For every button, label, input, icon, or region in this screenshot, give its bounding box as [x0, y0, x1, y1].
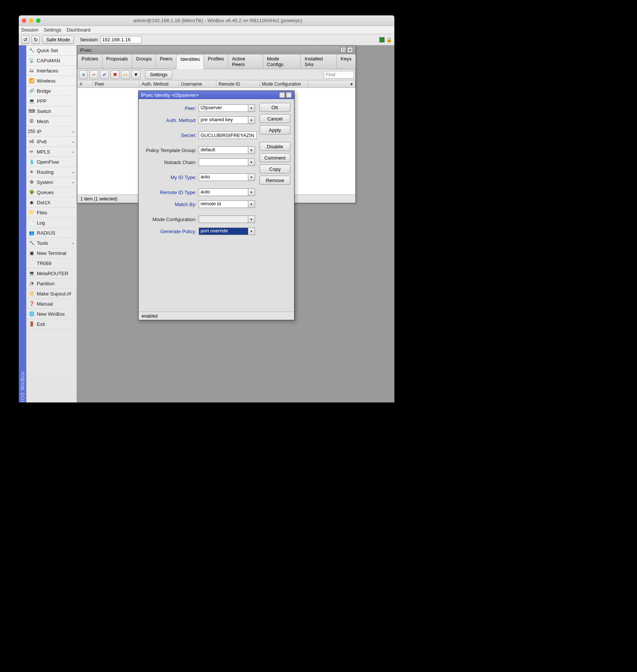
- tab-profiles[interactable]: Profiles: [204, 54, 228, 69]
- sidebar-item-label: IP: [37, 129, 41, 134]
- apply-button[interactable]: Apply: [260, 125, 290, 134]
- sidebar-item-capsman[interactable]: 📡CAPsMAN: [26, 56, 77, 66]
- column-header[interactable]: Mode Configuration: [260, 80, 308, 87]
- tab-keys[interactable]: Keys: [337, 54, 356, 69]
- tab-groups[interactable]: Groups: [132, 54, 156, 69]
- sidebar-item-make-supout-rif[interactable]: 📀Make Supout.rif: [26, 289, 77, 299]
- menu-session[interactable]: Session: [21, 27, 38, 33]
- sidebar-item-ppp[interactable]: 💻PPP: [26, 96, 77, 106]
- ipsec-titlebar[interactable]: IPsec ▢ ✕: [77, 46, 355, 54]
- auth-field[interactable]: pre shared key: [199, 116, 248, 124]
- undo-button[interactable]: ↺: [21, 36, 29, 44]
- notrack-field[interactable]: [199, 158, 248, 166]
- chevron-down-icon[interactable]: ▾: [248, 200, 255, 208]
- chevron-down-icon[interactable]: ▾: [248, 158, 255, 166]
- sidebar-item-new-terminal[interactable]: ▣New Terminal: [26, 248, 77, 258]
- chevron-down-icon[interactable]: ▾: [248, 228, 255, 235]
- copy-button[interactable]: Copy: [260, 164, 290, 173]
- chevron-down-icon[interactable]: ▾: [248, 146, 255, 154]
- sidebar-item-metarouter[interactable]: 💻MetaROUTER: [26, 268, 77, 279]
- tab-mode-configs[interactable]: Mode Configs: [263, 54, 301, 69]
- sidebar-item-openflow[interactable]: 💧OpenFlow: [26, 157, 77, 167]
- tab-identities[interactable]: Identities: [176, 54, 204, 69]
- menu-settings[interactable]: Settings: [44, 27, 61, 33]
- sidebar-item-tools[interactable]: 🔨Tools▸: [26, 238, 77, 248]
- sidebar-item-ip[interactable]: 255IP▸: [26, 127, 77, 137]
- sidebar-item-tr069[interactable]: TR069: [26, 258, 77, 268]
- sidebar-item-new-winbox[interactable]: 🌐New WinBox: [26, 309, 77, 319]
- sidebar-item-partition[interactable]: ◔Partition: [26, 279, 77, 289]
- enable-icon[interactable]: ✔: [100, 70, 109, 79]
- sidebar-item-label: Manual: [37, 301, 53, 307]
- ok-button[interactable]: OK: [260, 103, 290, 112]
- genpol-field[interactable]: port override: [199, 228, 248, 235]
- chevron-down-icon[interactable]: ▾: [248, 104, 255, 112]
- sidebar-item-quick-set[interactable]: 🔧Quick Set: [26, 45, 77, 56]
- comment-icon[interactable]: ▭: [121, 70, 130, 79]
- column-header[interactable]: #: [77, 80, 92, 87]
- sidebar-item-system[interactable]: ⚙System▸: [26, 177, 77, 187]
- restore-icon[interactable]: ▢: [340, 47, 346, 53]
- sidebar-item-exit[interactable]: 🚪Exit: [26, 319, 77, 329]
- minimize-icon[interactable]: [29, 18, 33, 23]
- modeconf-field[interactable]: [199, 215, 248, 223]
- session-field[interactable]: [100, 36, 142, 44]
- match-field[interactable]: remote id: [199, 200, 248, 208]
- zoom-icon[interactable]: [36, 18, 41, 23]
- column-header[interactable]: Peer: [92, 80, 139, 87]
- tab-installed-sas[interactable]: Installed SAs: [300, 54, 337, 69]
- sidebar-item-mpls[interactable]: ✏MPLS▸: [26, 147, 77, 157]
- menu-dashboard[interactable]: Dashboard: [66, 27, 91, 33]
- sidebar-item-bridge[interactable]: 🔗Bridge: [26, 86, 77, 96]
- chevron-down-icon[interactable]: ▾: [248, 116, 255, 124]
- remoteid-field[interactable]: auto: [199, 188, 248, 196]
- column-header[interactable]: Auth. Method: [139, 80, 179, 87]
- tab-active-peers[interactable]: Active Peers: [228, 54, 263, 69]
- sidebar-item-manual[interactable]: ❓Manual: [26, 299, 77, 309]
- sidebar-item-mesh[interactable]: ⦿Mesh: [26, 116, 77, 127]
- comment-button[interactable]: Comment: [260, 153, 290, 162]
- sidebar-item-files[interactable]: 📁Files: [26, 208, 77, 218]
- remove-icon[interactable]: −: [89, 70, 98, 79]
- sidebar-item-dot1x[interactable]: ◉Dot1X: [26, 197, 77, 208]
- sidebar-item-interfaces[interactable]: 🗂Interfaces: [26, 66, 77, 76]
- sidebar-item-queues[interactable]: 🌳Queues: [26, 187, 77, 197]
- disable-button[interactable]: Disable: [260, 142, 290, 151]
- secret-field[interactable]: [199, 131, 257, 139]
- sidebar-item-wireless[interactable]: 📶Wireless: [26, 76, 77, 86]
- column-header[interactable]: Username: [179, 80, 216, 87]
- dialog-titlebar[interactable]: IPsec Identity <l2tpserver> ▢ ✕: [139, 91, 294, 99]
- column-header[interactable]: Remote ID: [216, 80, 260, 87]
- find-input[interactable]: [324, 71, 354, 78]
- tab-proposals[interactable]: Proposals: [102, 54, 132, 69]
- settings-button[interactable]: Settings: [145, 70, 172, 79]
- chevron-down-icon[interactable]: ▾: [248, 215, 255, 223]
- field-row-myid: My ID Type:auto▾: [142, 172, 256, 182]
- sidebar-item-ipv6[interactable]: v6IPv6▸: [26, 137, 77, 147]
- sidebar-item-radius[interactable]: 👥RADIUS: [26, 228, 77, 238]
- peer-field[interactable]: l2tpserver: [199, 104, 248, 112]
- dialog-restore-icon[interactable]: ▢: [279, 92, 285, 98]
- sidebar-item-routing[interactable]: ✳Routing▸: [26, 167, 77, 177]
- myid-field[interactable]: auto: [199, 173, 248, 181]
- add-icon[interactable]: ＋: [79, 70, 88, 79]
- filter-icon[interactable]: ▼: [131, 70, 140, 79]
- column-menu-icon[interactable]: ▾: [308, 80, 355, 87]
- sidebar-item-log[interactable]: 📄Log: [26, 218, 77, 228]
- session-label: Session:: [80, 37, 99, 42]
- chevron-down-icon[interactable]: ▾: [248, 173, 255, 181]
- redo-button[interactable]: ↻: [32, 36, 40, 44]
- dialog-close-icon[interactable]: ✕: [286, 92, 292, 98]
- sidebar-item-switch[interactable]: ⌨Switch: [26, 106, 77, 116]
- tab-peers[interactable]: Peers: [155, 54, 177, 69]
- disable-icon[interactable]: ✖: [110, 70, 119, 79]
- dialog-status: enabled: [139, 312, 294, 320]
- remove-button[interactable]: Remove: [260, 176, 290, 185]
- chevron-down-icon[interactable]: ▾: [248, 188, 255, 196]
- safe-mode-button[interactable]: Safe Mode: [42, 36, 74, 44]
- close-window-icon[interactable]: ✕: [347, 47, 353, 53]
- cancel-button[interactable]: Cancel: [260, 114, 290, 123]
- ptg-field[interactable]: default: [199, 146, 248, 154]
- tab-policies[interactable]: Policies: [77, 54, 103, 69]
- close-icon[interactable]: [22, 18, 26, 23]
